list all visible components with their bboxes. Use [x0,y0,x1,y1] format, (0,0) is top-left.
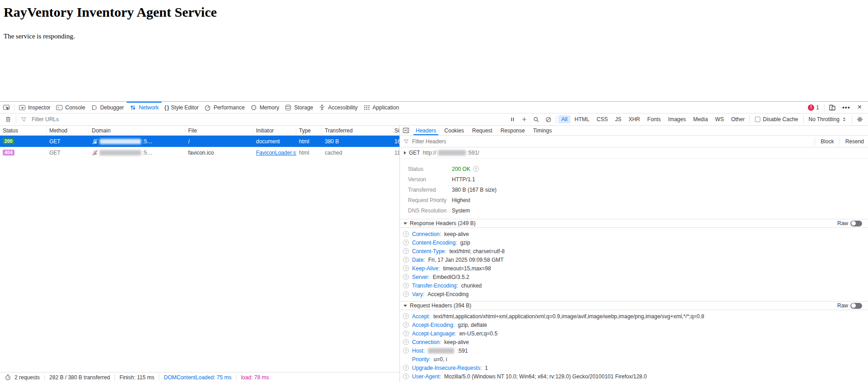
status-value: 200 OK [452,166,470,172]
help-icon[interactable]: ? [403,365,409,371]
tab-network[interactable]: Network [127,102,161,113]
filter-headers-input[interactable] [411,138,813,145]
block-requests-button[interactable] [542,116,555,123]
help-icon[interactable]: ? [403,240,409,245]
header-row: ?Transfer-Encoding:chunked [400,281,868,290]
details-tab-request[interactable]: Request [468,126,497,135]
column-header-method[interactable]: Method [47,126,89,135]
help-icon[interactable]: ? [403,274,409,280]
tab-application[interactable]: Application [360,102,402,113]
filter-type-js[interactable]: JS [612,115,625,123]
raw-toggle-control[interactable]: Raw [837,220,864,226]
filter-type-ws[interactable]: WS [712,115,727,123]
devtools-menu-button[interactable]: ••• [839,104,854,111]
help-icon[interactable]: ? [403,291,409,297]
close-devtools-button[interactable]: × [854,103,866,112]
filter-type-xhr[interactable]: XHR [626,115,643,123]
help-icon[interactable]: ? [473,166,479,172]
header-row: ?Date:Fri, 17 Jan 2025 09:09:58 GMT [400,255,868,264]
tab-console[interactable]: Console [53,102,88,113]
search-button[interactable] [530,116,542,123]
help-icon[interactable]: ? [403,231,409,237]
filter-type-html[interactable]: HTML [571,115,593,123]
stopwatch-icon [5,374,11,381]
help-icon[interactable]: ? [403,248,409,254]
filter-type-css[interactable]: CSS [593,115,611,123]
network-settings-button[interactable] [854,116,866,123]
error-count-button[interactable]: ! 1 [804,104,823,111]
filter-urls-input[interactable] [31,116,507,123]
help-icon[interactable]: ? [403,373,409,379]
raw-toggle-switch[interactable] [850,221,862,226]
tab-performance[interactable]: Performance [201,102,247,113]
column-header-transferred[interactable]: Transferred [322,126,394,135]
tab-debugger[interactable]: Debugger [88,102,127,113]
filter-type-media[interactable]: Media [690,115,711,123]
header-row: ?Upgrade-Insecure-Requests:1 [400,363,868,372]
column-header-status[interactable]: Status [0,126,47,135]
details-tab-cookies[interactable]: Cookies [440,126,468,135]
domain-suffix: :5… [142,138,152,145]
help-icon[interactable]: ? [403,348,409,354]
collapse-details-button[interactable] [400,126,412,135]
raw-toggle-switch[interactable] [850,303,862,309]
request-headers-section-header[interactable]: Request Headers (394 B) Raw [400,301,868,310]
header-name: Connection: [412,231,441,237]
filter-type-images[interactable]: Images [665,115,689,123]
header-row: ?User-Agent:Mozilla/5.0 (Windows NT 10.0… [400,372,868,381]
column-header-size[interactable]: Si [394,126,400,135]
header-value: Accept-Encoding [427,291,469,297]
request-row-favicon[interactable]: 404 GET :5… favicon.ico FaviconLoader.sy… [0,147,399,158]
tab-memory[interactable]: Memory [247,102,282,113]
domcontentloaded-time: DOMContentLoaded: 75 ms [164,374,231,381]
help-icon[interactable]: ? [403,313,409,319]
responsive-design-mode-button[interactable] [826,104,839,111]
column-header-file[interactable]: File [185,126,253,135]
filter-type-fonts[interactable]: Fonts [644,115,664,123]
help-icon[interactable]: ? [403,265,409,271]
request-url-row[interactable]: GET http:// :591/ [400,147,868,159]
header-value: gzip [460,240,470,246]
help-icon[interactable]: ? [403,322,409,328]
column-header-domain[interactable]: Domain [89,126,185,135]
help-icon[interactable]: ? [403,330,409,336]
help-icon[interactable]: ? [403,283,409,288]
column-header-type[interactable]: Type [296,126,322,135]
header-row: Priority:u=0, i [400,355,868,363]
resend-button[interactable]: Resend [841,138,868,145]
request-row-root[interactable]: 200 GET :5… / document html 380 B 16 [0,136,399,147]
throttling-select[interactable]: No Throttling [805,116,850,123]
new-request-button[interactable] [518,116,530,123]
header-value: EmbedIO/3.5.2 [433,274,470,280]
collapse-triangle-icon [403,305,407,307]
initiator-link[interactable]: FaviconLoader.sys… [256,150,296,156]
domain-suffix: :5… [142,150,152,156]
help-icon[interactable]: ? [403,257,409,263]
requests-count[interactable]: 2 requests [14,374,40,381]
pause-requests-button[interactable] [507,116,518,123]
help-icon[interactable]: ? [403,339,409,345]
file-cell: / [185,136,253,147]
block-button[interactable]: Block [816,138,838,145]
redacted-host [428,348,454,354]
column-header-initiator[interactable]: Initiator [253,126,296,135]
tab-inspector[interactable]: Inspector [16,102,53,113]
tab-storage[interactable]: Storage [282,102,316,113]
pick-element-button[interactable] [0,102,13,113]
disable-cache-checkbox[interactable] [755,117,760,122]
response-headers-section-header[interactable]: Response Headers (249 B) Raw [400,219,868,228]
tab-style-editor[interactable]: { } Style Editor [161,102,201,113]
details-tab-headers[interactable]: Headers [412,126,440,135]
filter-type-other[interactable]: Other [728,115,748,123]
details-tab-timings[interactable]: Timings [529,126,556,135]
summary-row-priority: Request Priority Highest [400,195,868,205]
tab-label: Performance [213,104,245,111]
disable-cache-control[interactable]: Disable Cache [751,116,802,123]
filter-type-all[interactable]: All [558,115,570,123]
pause-icon [509,116,516,123]
raw-toggle-control[interactable]: Raw [837,302,864,309]
header-row: ?Vary:Accept-Encoding [400,290,868,298]
clear-requests-button[interactable] [2,116,14,123]
details-tab-response[interactable]: Response [496,126,529,135]
tab-accessibility[interactable]: Accessibility [316,102,360,113]
